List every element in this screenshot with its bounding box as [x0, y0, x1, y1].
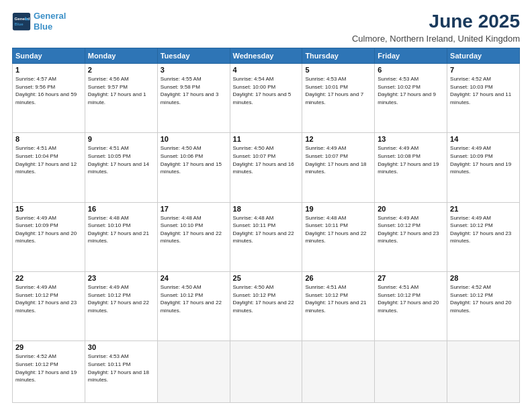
logo-icon: General Blue — [12, 12, 31, 31]
day-number: 8 — [15, 135, 82, 143]
cell-content: Sunrise: 4:52 AM Sunset: 10:12 PM Daylig… — [15, 353, 82, 383]
calendar-table: Sunday Monday Tuesday Wednesday Thursday… — [12, 48, 520, 403]
cell-content: Sunrise: 4:53 AM Sunset: 10:01 PM Daylig… — [305, 75, 371, 106]
calendar-cell — [375, 341, 447, 403]
col-friday: Friday — [375, 48, 447, 64]
calendar-cell: 19 Sunrise: 4:48 AM Sunset: 10:11 PM Day… — [302, 202, 375, 271]
calendar-cell: 11 Sunrise: 4:50 AM Sunset: 10:07 PM Day… — [230, 133, 302, 202]
cell-content: Sunrise: 4:49 AM Sunset: 10:12 PM Daylig… — [450, 214, 517, 245]
page: General Blue General Blue June 2025 Culm… — [0, 0, 532, 411]
cell-content: Sunrise: 4:53 AM Sunset: 10:11 PM Daylig… — [88, 353, 154, 383]
day-number: 10 — [161, 135, 227, 143]
calendar-cell: 30 Sunrise: 4:53 AM Sunset: 10:11 PM Day… — [85, 341, 157, 403]
cell-content: Sunrise: 4:50 AM Sunset: 10:07 PM Daylig… — [233, 144, 300, 175]
day-number: 28 — [450, 274, 517, 282]
col-sunday: Sunday — [13, 48, 85, 64]
day-number: 14 — [450, 135, 517, 143]
day-number: 21 — [450, 205, 517, 213]
calendar-cell: 26 Sunrise: 4:51 AM Sunset: 10:12 PM Day… — [302, 272, 375, 341]
calendar-cell: 29 Sunrise: 4:52 AM Sunset: 10:12 PM Day… — [13, 341, 85, 403]
day-number: 1 — [15, 66, 82, 74]
day-number: 24 — [161, 274, 227, 282]
logo-line2: Blue — [34, 21, 52, 32]
calendar-cell — [157, 341, 230, 403]
col-wednesday: Wednesday — [230, 48, 302, 64]
cell-content: Sunrise: 4:49 AM Sunset: 10:12 PM Daylig… — [15, 283, 82, 314]
calendar-cell — [302, 341, 375, 403]
day-number: 5 — [305, 66, 371, 74]
cell-content: Sunrise: 4:50 AM Sunset: 10:06 PM Daylig… — [161, 144, 227, 175]
cell-content: Sunrise: 4:49 AM Sunset: 10:09 PM Daylig… — [15, 214, 82, 245]
header-row: Sunday Monday Tuesday Wednesday Thursday… — [13, 48, 520, 64]
cell-content: Sunrise: 4:51 AM Sunset: 10:04 PM Daylig… — [15, 144, 82, 175]
day-number: 9 — [88, 135, 154, 143]
table-row: 8 Sunrise: 4:51 AM Sunset: 10:04 PM Dayl… — [13, 133, 520, 202]
table-row: 22 Sunrise: 4:49 AM Sunset: 10:12 PM Day… — [13, 272, 520, 341]
day-number: 13 — [378, 135, 444, 143]
calendar-cell: 12 Sunrise: 4:49 AM Sunset: 10:07 PM Day… — [302, 133, 375, 202]
calendar-cell: 27 Sunrise: 4:51 AM Sunset: 10:12 PM Day… — [375, 272, 447, 341]
cell-content: Sunrise: 4:51 AM Sunset: 10:05 PM Daylig… — [88, 144, 154, 175]
day-number: 19 — [305, 205, 371, 213]
day-number: 16 — [88, 205, 154, 213]
col-monday: Monday — [85, 48, 157, 64]
cell-content: Sunrise: 4:48 AM Sunset: 10:10 PM Daylig… — [161, 214, 227, 245]
cell-content: Sunrise: 4:48 AM Sunset: 10:11 PM Daylig… — [233, 214, 300, 245]
calendar-cell: 25 Sunrise: 4:50 AM Sunset: 10:12 PM Day… — [230, 272, 302, 341]
day-number: 2 — [88, 66, 154, 74]
calendar-cell: 3 Sunrise: 4:55 AM Sunset: 9:58 PM Dayli… — [157, 64, 230, 133]
day-number: 23 — [88, 274, 154, 282]
cell-content: Sunrise: 4:54 AM Sunset: 10:00 PM Daylig… — [233, 75, 300, 106]
col-thursday: Thursday — [302, 48, 375, 64]
day-number: 17 — [161, 205, 227, 213]
cell-content: Sunrise: 4:49 AM Sunset: 10:08 PM Daylig… — [378, 144, 444, 175]
cell-content: Sunrise: 4:51 AM Sunset: 10:12 PM Daylig… — [378, 283, 444, 314]
calendar-cell: 6 Sunrise: 4:53 AM Sunset: 10:02 PM Dayl… — [375, 64, 447, 133]
cell-content: Sunrise: 4:49 AM Sunset: 10:09 PM Daylig… — [450, 144, 517, 175]
calendar-cell: 20 Sunrise: 4:49 AM Sunset: 10:12 PM Day… — [375, 202, 447, 271]
calendar-cell — [230, 341, 302, 403]
calendar-cell: 13 Sunrise: 4:49 AM Sunset: 10:08 PM Day… — [375, 133, 447, 202]
title-section: June 2025 Culmore, Northern Ireland, Uni… — [352, 11, 520, 44]
calendar-cell — [447, 341, 520, 403]
cell-content: Sunrise: 4:49 AM Sunset: 10:12 PM Daylig… — [88, 283, 154, 314]
calendar-cell: 18 Sunrise: 4:48 AM Sunset: 10:11 PM Day… — [230, 202, 302, 271]
calendar-cell: 21 Sunrise: 4:49 AM Sunset: 10:12 PM Day… — [447, 202, 520, 271]
day-number: 12 — [305, 135, 371, 143]
calendar-cell: 7 Sunrise: 4:52 AM Sunset: 10:03 PM Dayl… — [447, 64, 520, 133]
calendar-cell: 14 Sunrise: 4:49 AM Sunset: 10:09 PM Day… — [447, 133, 520, 202]
day-number: 29 — [15, 343, 82, 351]
cell-content: Sunrise: 4:50 AM Sunset: 10:12 PM Daylig… — [161, 283, 227, 314]
logo-line1: General — [34, 11, 66, 21]
svg-text:Blue: Blue — [15, 21, 24, 26]
logo: General Blue General Blue — [12, 11, 66, 32]
day-number: 20 — [378, 205, 444, 213]
cell-content: Sunrise: 4:52 AM Sunset: 10:12 PM Daylig… — [450, 283, 517, 314]
day-number: 18 — [233, 205, 300, 213]
cell-content: Sunrise: 4:57 AM Sunset: 9:56 PM Dayligh… — [15, 75, 82, 106]
day-number: 22 — [15, 274, 82, 282]
table-row: 1 Sunrise: 4:57 AM Sunset: 9:56 PM Dayli… — [13, 64, 520, 133]
month-title: June 2025 — [352, 11, 520, 32]
table-row: 29 Sunrise: 4:52 AM Sunset: 10:12 PM Day… — [13, 341, 520, 403]
day-number: 25 — [233, 274, 300, 282]
table-row: 15 Sunrise: 4:49 AM Sunset: 10:09 PM Day… — [13, 202, 520, 271]
calendar-cell: 10 Sunrise: 4:50 AM Sunset: 10:06 PM Day… — [157, 133, 230, 202]
calendar-cell: 24 Sunrise: 4:50 AM Sunset: 10:12 PM Day… — [157, 272, 230, 341]
calendar-cell: 8 Sunrise: 4:51 AM Sunset: 10:04 PM Dayl… — [13, 133, 85, 202]
day-number: 6 — [378, 66, 444, 74]
calendar-cell: 16 Sunrise: 4:48 AM Sunset: 10:10 PM Day… — [85, 202, 157, 271]
calendar-cell: 4 Sunrise: 4:54 AM Sunset: 10:00 PM Dayl… — [230, 64, 302, 133]
calendar-cell: 15 Sunrise: 4:49 AM Sunset: 10:09 PM Day… — [13, 202, 85, 271]
cell-content: Sunrise: 4:52 AM Sunset: 10:03 PM Daylig… — [450, 75, 517, 106]
calendar-cell: 5 Sunrise: 4:53 AM Sunset: 10:01 PM Dayl… — [302, 64, 375, 133]
cell-content: Sunrise: 4:50 AM Sunset: 10:12 PM Daylig… — [233, 283, 300, 314]
cell-content: Sunrise: 4:48 AM Sunset: 10:11 PM Daylig… — [305, 214, 371, 245]
calendar-cell: 2 Sunrise: 4:56 AM Sunset: 9:57 PM Dayli… — [85, 64, 157, 133]
day-number: 30 — [88, 343, 154, 351]
cell-content: Sunrise: 4:49 AM Sunset: 10:12 PM Daylig… — [378, 214, 444, 245]
day-number: 7 — [450, 66, 517, 74]
day-number: 27 — [378, 274, 444, 282]
calendar-cell: 1 Sunrise: 4:57 AM Sunset: 9:56 PM Dayli… — [13, 64, 85, 133]
calendar-cell: 28 Sunrise: 4:52 AM Sunset: 10:12 PM Day… — [447, 272, 520, 341]
